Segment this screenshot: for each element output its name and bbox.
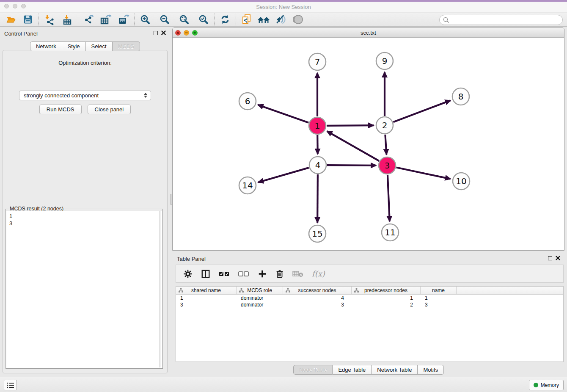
- birdseye-view-button[interactable]: [292, 13, 305, 26]
- tab-mcds[interactable]: MCDS: [113, 41, 140, 51]
- save-session-button[interactable]: [21, 13, 35, 26]
- graph-edge-1-6[interactable]: [258, 105, 309, 123]
- tab-select[interactable]: Select: [86, 41, 113, 51]
- cell-shared-name[interactable]: 3: [176, 301, 237, 308]
- import-network-icon: [44, 14, 55, 25]
- column-header-name[interactable]: name: [421, 287, 457, 294]
- graph-edge-1-2[interactable]: [327, 125, 374, 126]
- cell-predecessor-nodes[interactable]: 2: [352, 301, 421, 308]
- cell-MCDS-role[interactable]: dominator: [237, 301, 283, 308]
- cell-name[interactable]: 1: [421, 295, 457, 301]
- list-icon: [7, 382, 14, 389]
- tab-style[interactable]: Style: [62, 41, 86, 51]
- column-header-successor-nodes[interactable]: successor nodes: [283, 287, 352, 294]
- run-mcds-button[interactable]: Run MCDS: [39, 105, 82, 114]
- open-session-button[interactable]: [4, 13, 18, 26]
- mcds-result-textarea[interactable]: 13: [6, 211, 162, 368]
- search-input[interactable]: [439, 15, 563, 25]
- cell-successor-nodes[interactable]: 4: [283, 295, 352, 301]
- graph-node-6[interactable]: 6: [239, 93, 256, 110]
- zoom-out-button[interactable]: [158, 13, 171, 26]
- cell-MCDS-role[interactable]: dominator: [237, 295, 283, 301]
- table-row[interactable]: 1dominator411: [176, 295, 563, 301]
- import-table-button[interactable]: [61, 13, 74, 26]
- cell-shared-name[interactable]: 1: [176, 295, 237, 301]
- criterion-select[interactable]: strongly connected component: [19, 91, 151, 100]
- close-panel-icon[interactable]: [161, 30, 166, 35]
- close-network-button[interactable]: [175, 30, 181, 36]
- import-network-button[interactable]: [43, 13, 56, 26]
- graph-edge-3-10[interactable]: [396, 168, 451, 179]
- graph-edge-4-15[interactable]: [317, 174, 318, 223]
- minimize-network-button[interactable]: [184, 30, 189, 36]
- graph-node-3[interactable]: 3: [379, 157, 396, 174]
- export-network-button[interactable]: [82, 13, 96, 26]
- column-header-predecessor-nodes[interactable]: predecessor nodes: [352, 287, 421, 294]
- graph-node-15[interactable]: 15: [309, 225, 326, 242]
- network-canvas[interactable]: 7968124314101511: [173, 38, 564, 250]
- graph-node-2[interactable]: 2: [376, 117, 393, 134]
- svg-text:3: 3: [385, 160, 390, 171]
- result-scrollbar[interactable]: [159, 211, 161, 367]
- graph-node-7[interactable]: 7: [309, 53, 326, 70]
- export-network-icon: [83, 14, 94, 25]
- cell-name[interactable]: 3: [421, 301, 457, 308]
- zoom-network-button[interactable]: [192, 30, 198, 36]
- hide-annotations-icon: [275, 14, 286, 25]
- graph-edge-2-3[interactable]: [385, 135, 386, 155]
- table-row[interactable]: 3dominator323: [176, 301, 563, 308]
- column-header-shared-name[interactable]: shared name: [176, 287, 237, 294]
- table-options-button[interactable]: [183, 269, 193, 279]
- graph-edge-2-8[interactable]: [394, 100, 451, 122]
- cell-successor-nodes[interactable]: 3: [283, 301, 352, 308]
- graph-node-10[interactable]: 10: [453, 173, 470, 190]
- tab-network-table[interactable]: Network Table: [372, 365, 418, 375]
- refresh-icon: [220, 14, 231, 25]
- graph-node-4[interactable]: 4: [309, 157, 326, 174]
- select-all-button[interactable]: [219, 270, 230, 278]
- show-column-button[interactable]: [201, 269, 210, 279]
- clone-network-button[interactable]: [240, 13, 253, 26]
- zoom-fit-button[interactable]: [177, 13, 191, 26]
- zoom-selected-icon: [198, 14, 209, 25]
- graph-node-1[interactable]: 1: [309, 117, 326, 134]
- toolbar-separator: [39, 14, 39, 25]
- graph-edge-3-11[interactable]: [388, 175, 390, 221]
- network-window-titlebar[interactable]: scc.txt: [173, 28, 564, 38]
- task-history-button[interactable]: [4, 380, 17, 390]
- zoom-selected-button[interactable]: [197, 13, 210, 26]
- save-floppy-icon: [23, 14, 33, 25]
- delete-columns-button[interactable]: [275, 269, 284, 279]
- graph-edge-4-14[interactable]: [258, 168, 309, 182]
- export-image-button[interactable]: [117, 13, 130, 26]
- graph-edge-4-3[interactable]: [327, 165, 376, 166]
- cell-predecessor-nodes[interactable]: 1: [352, 295, 421, 301]
- graph-node-9[interactable]: 9: [376, 52, 393, 69]
- first-neighbors-button[interactable]: [257, 13, 270, 26]
- export-table-button[interactable]: [99, 13, 113, 26]
- mcds-panel: Optimization criterion: strongly connect…: [3, 50, 168, 373]
- app-titlebar: Session: New Session: [0, 2, 567, 12]
- memory-label: Memory: [541, 382, 559, 388]
- column-header-MCDS-role[interactable]: MCDS role: [237, 287, 283, 294]
- graph-edge-3-1[interactable]: [327, 131, 379, 161]
- memory-button[interactable]: Memory: [529, 380, 564, 390]
- graph-node-14[interactable]: 14: [239, 177, 256, 194]
- close-panel-button[interactable]: Close panel: [88, 105, 131, 114]
- control-panel: Control Panel NetworkStyleSelectMCDS Opt…: [0, 27, 170, 377]
- graph-node-11[interactable]: 11: [382, 224, 399, 241]
- refresh-view-button[interactable]: [218, 13, 232, 26]
- float-panel-icon[interactable]: [154, 31, 158, 35]
- toolbar-separator: [78, 14, 78, 25]
- float-panel-icon[interactable]: [548, 256, 552, 260]
- tab-motifs[interactable]: Motifs: [418, 365, 444, 375]
- close-panel-icon[interactable]: [556, 256, 560, 260]
- deselect-all-button[interactable]: [238, 270, 249, 278]
- tab-node-table[interactable]: Node Table: [293, 365, 333, 375]
- add-column-button[interactable]: [258, 269, 267, 279]
- graph-node-8[interactable]: 8: [452, 88, 469, 105]
- tab-network[interactable]: Network: [30, 41, 62, 51]
- hide-annotations-button[interactable]: [274, 13, 287, 26]
- zoom-in-button[interactable]: [138, 13, 152, 26]
- tab-edge-table[interactable]: Edge Table: [333, 365, 372, 375]
